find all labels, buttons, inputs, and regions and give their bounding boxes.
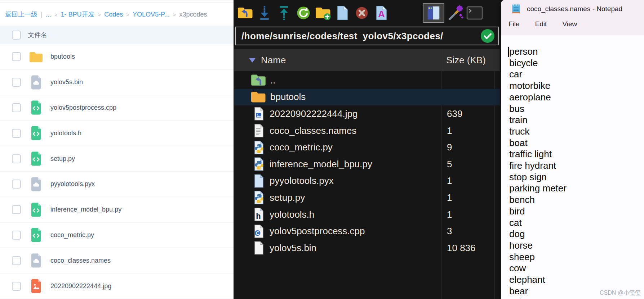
path-bar[interactable]: /home/sunrise/codes/test_yolov5/x3pcodes… (235, 27, 499, 45)
file-grid: ..bputools20220902222444.jpg639coco_clas… (234, 72, 500, 257)
file-row[interactable]: 20220902222444.jpg (0, 273, 234, 299)
file-name: yolov5postprocess.cpp (270, 226, 365, 237)
file-checkbox[interactable] (12, 154, 21, 163)
file-checkbox[interactable] (12, 52, 21, 61)
breadcrumb-link[interactable]: ... (46, 11, 51, 18)
breadcrumb-pipe: | (41, 11, 43, 18)
file-row[interactable]: coco_metric.py (0, 223, 234, 248)
file-row[interactable]: bputools (0, 44, 234, 70)
text-line: cat (509, 217, 567, 229)
file-row[interactable]: .. (234, 72, 500, 89)
breadcrumb-back-link[interactable]: 返回上一级 (5, 10, 37, 19)
file-row[interactable]: coco_classes.names (0, 248, 234, 273)
file-size: 5 (447, 159, 452, 170)
web-file-panel: 返回上一级 | ...>1- BPU开发>Codes>YOLOV5-P...> … (0, 0, 234, 299)
rename-button[interactable]: A (373, 4, 390, 22)
python-file-icon (252, 157, 266, 172)
new-file-button[interactable] (334, 4, 351, 22)
text-caret (508, 47, 509, 57)
file-checkbox[interactable] (12, 103, 21, 112)
file-row[interactable]: coco_classes.names1 (234, 122, 500, 139)
filename-column-label: 文件名 (28, 31, 47, 39)
text-line: fire hydrant (509, 160, 567, 172)
file-checkbox[interactable] (12, 205, 21, 214)
breadcrumb-link[interactable]: YOLOV5-P... (133, 11, 170, 18)
file-row[interactable]: setup.py (0, 146, 234, 172)
download-button[interactable] (256, 4, 273, 22)
top-divider (0, 2, 234, 3)
file-checkbox[interactable] (12, 256, 21, 265)
text-editor-area[interactable]: personbicyclecarmotorbikeaeroplanebustra… (501, 35, 644, 299)
file-row[interactable]: hyolotools.h1 (234, 206, 500, 223)
watermark: CSDN @小玺玺 (600, 289, 641, 297)
path-input[interactable]: /home/sunrise/codes/test_yolov5/x3pcodes… (241, 31, 443, 42)
split-view-button[interactable] (423, 3, 444, 23)
menu-view[interactable]: View (562, 20, 577, 28)
file-row[interactable]: inference_model_bpu.py (0, 197, 234, 223)
refresh-button[interactable] (295, 4, 312, 22)
breadcrumb-separator: > (173, 12, 176, 18)
svg-text:C: C (256, 230, 259, 236)
file-checkbox[interactable] (12, 78, 21, 87)
code-file-icon (28, 227, 44, 243)
code-file-icon (28, 100, 44, 115)
file-name: 20220902222444.jpg (270, 108, 357, 119)
window-title: coco_classes.names - Notepad (527, 5, 622, 13)
breadcrumb-link[interactable]: 1- BPU开发 (61, 10, 94, 19)
image-file-icon (28, 278, 44, 294)
text-line: traffic light (509, 149, 567, 160)
text-line: person (509, 46, 567, 58)
file-row[interactable]: bputools (234, 89, 500, 106)
wand-button[interactable] (447, 4, 464, 22)
parent-dir-icon (250, 73, 267, 87)
select-all-checkbox[interactable] (12, 31, 21, 40)
file-name: yolotools.h (270, 209, 314, 220)
file-row[interactable]: pyyolotools.pyx (0, 172, 234, 197)
file-name: yolov5s.bin (270, 243, 316, 254)
file-size: 9 (447, 142, 452, 153)
file-row[interactable]: coco_metric.py9 (234, 139, 500, 156)
delete-button[interactable] (353, 4, 370, 22)
file-name: .. (270, 75, 275, 86)
cpp-file-icon: C (252, 224, 266, 239)
text-line: parking meter (509, 183, 567, 194)
file-checkbox[interactable] (12, 231, 21, 240)
file-checkbox[interactable] (12, 180, 21, 189)
file-row[interactable]: Cyolov5postprocess.cpp3 (234, 223, 500, 240)
text-line: bear (509, 286, 567, 297)
text-line: cow (509, 263, 567, 274)
python-file-icon (252, 190, 266, 205)
file-row[interactable]: 20220902222444.jpg639 (234, 105, 500, 122)
file-row[interactable]: setup.py1 (234, 189, 500, 206)
menu-file[interactable]: File (508, 20, 520, 28)
bin-file-icon (252, 240, 266, 255)
file-size: 639 (447, 108, 462, 119)
file-row[interactable]: yolov5postprocess.cpp (0, 95, 234, 121)
terminal-button[interactable] (466, 4, 483, 22)
file-row[interactable]: yolotools.h (0, 121, 234, 146)
cloud-file-icon (28, 253, 44, 268)
file-row[interactable]: yolov5s.bin (0, 70, 234, 95)
file-row[interactable]: pyyolotools.pyx1 (234, 173, 500, 190)
upload-icon (275, 4, 293, 22)
file-name: bputools (270, 91, 306, 103)
file-checkbox[interactable] (12, 129, 21, 138)
upload-button[interactable] (275, 4, 293, 22)
size-column-header[interactable]: Size (KB) (446, 55, 486, 66)
menu-edit[interactable]: Edit (535, 20, 547, 28)
name-column-header[interactable]: Name (261, 55, 286, 66)
file-checkbox[interactable] (12, 282, 21, 291)
parent-folder-icon (236, 4, 254, 22)
breadcrumb-links: ...>1- BPU开发>Codes>YOLOV5-P...> (46, 10, 176, 19)
text-line: sheep (509, 252, 567, 263)
file-name: inference_model_bpu.py (50, 206, 121, 213)
breadcrumb-link[interactable]: Codes (104, 11, 123, 18)
new-folder-button[interactable] (314, 4, 332, 22)
file-row[interactable]: inference_model_bpu.py5 (234, 156, 500, 173)
toolbar: A (236, 2, 485, 24)
file-name: coco_classes.names (270, 125, 356, 136)
file-row[interactable]: yolov5s.bin10 836 (234, 240, 500, 257)
parent-folder-button[interactable] (236, 4, 254, 22)
confirm-path-button[interactable] (480, 29, 495, 43)
cloud-file-icon (28, 74, 44, 90)
